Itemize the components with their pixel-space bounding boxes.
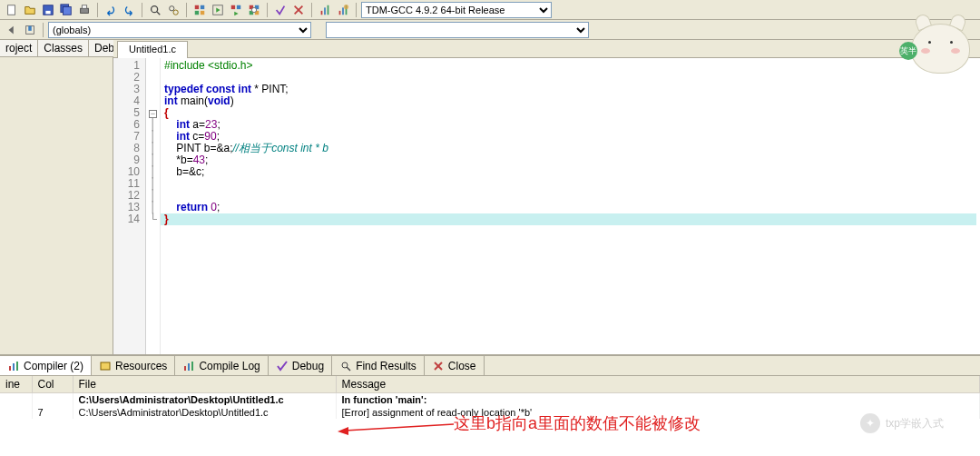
- wechat-icon: ✦: [860, 413, 880, 433]
- file-tab-untitled1[interactable]: Untitled1.c: [117, 41, 188, 58]
- svg-line-8: [157, 11, 161, 15]
- profile2-icon[interactable]: [335, 2, 351, 18]
- svg-rect-37: [9, 366, 11, 371]
- separator: [267, 3, 268, 17]
- tab-close[interactable]: Close: [425, 356, 485, 375]
- compilelog-tab-icon: [182, 360, 195, 372]
- debug-tab-icon: [276, 360, 289, 372]
- svg-rect-0: [8, 5, 15, 15]
- svg-rect-42: [188, 363, 190, 371]
- rebuild-icon[interactable]: [246, 2, 262, 18]
- svg-line-48: [345, 424, 454, 431]
- svg-marker-16: [216, 7, 220, 12]
- svg-rect-28: [324, 7, 326, 15]
- undo-icon[interactable]: [103, 2, 119, 18]
- run-icon[interactable]: [210, 2, 226, 18]
- close-tab-icon: [432, 360, 445, 372]
- svg-rect-11: [195, 5, 199, 8]
- compiler-select[interactable]: TDM-GCC 4.9.2 64-bit Release: [361, 2, 552, 18]
- svg-rect-31: [342, 7, 344, 15]
- stop-icon[interactable]: [290, 2, 307, 18]
- svg-rect-5: [81, 8, 89, 13]
- editor: Untitled1.c 1 2 3 4 5 6 7 8 9 10 11 12 1…: [113, 40, 980, 354]
- svg-rect-18: [237, 5, 240, 8]
- svg-point-7: [152, 5, 158, 12]
- svg-marker-49: [338, 427, 348, 435]
- annotation-text: 这里b指向a里面的数值不能被修改: [454, 412, 701, 434]
- separator: [356, 3, 357, 17]
- separator: [311, 3, 312, 17]
- svg-rect-13: [195, 10, 199, 14]
- file-tabs: Untitled1.c: [113, 40, 980, 58]
- svg-rect-30: [339, 10, 341, 14]
- tab-classes[interactable]: Classes: [38, 40, 89, 56]
- result-row[interactable]: C:\Users\Administrator\Desktop\Untitled1…: [0, 393, 980, 407]
- find-icon[interactable]: [147, 2, 163, 18]
- svg-rect-38: [13, 363, 15, 371]
- toolbar-main: TDM-GCC 4.9.2 64-bit Release: [0, 0, 980, 20]
- separator: [186, 3, 187, 17]
- svg-rect-2: [45, 10, 50, 14]
- svg-rect-43: [191, 362, 193, 371]
- col-message[interactable]: Message: [336, 376, 980, 393]
- fold-toggle-icon[interactable]: −: [149, 110, 157, 118]
- tab-debug-output[interactable]: Debug: [269, 356, 332, 375]
- svg-rect-6: [82, 5, 86, 8]
- svg-rect-12: [201, 5, 204, 8]
- code-area[interactable]: #include <stdio.h> typedef const int * P…: [161, 58, 980, 354]
- svg-line-45: [347, 367, 350, 371]
- new-icon[interactable]: [4, 2, 20, 18]
- project-panel: roject Classes Debug: [0, 40, 113, 354]
- fold-column: − ││││││││└: [146, 58, 161, 354]
- save-icon[interactable]: [40, 2, 56, 18]
- redo-icon[interactable]: [121, 2, 137, 18]
- separator: [97, 3, 98, 17]
- main-area: roject Classes Debug Untitled1.c 1 2 3 4…: [0, 40, 980, 354]
- col-line[interactable]: ine: [0, 376, 32, 393]
- col-col[interactable]: Col: [32, 376, 73, 393]
- debug-icon[interactable]: [272, 2, 289, 18]
- svg-rect-4: [64, 6, 72, 15]
- annotation-arrow-icon: [336, 420, 454, 438]
- compilerun-icon[interactable]: [228, 2, 244, 18]
- symbols-select[interactable]: [326, 22, 589, 38]
- editor-body[interactable]: 1 2 3 4 5 6 7 8 9 10 11 12 13 14 − │││││…: [113, 58, 980, 354]
- open-icon[interactable]: [22, 2, 38, 18]
- replace-icon[interactable]: [165, 2, 181, 18]
- svg-point-24: [251, 7, 256, 12]
- separator: [43, 23, 44, 37]
- svg-point-33: [344, 4, 348, 8]
- bookmark-icon[interactable]: [22, 22, 38, 38]
- output-panel: Compiler (2) Resources Compile Log Debug…: [0, 354, 980, 456]
- svg-rect-27: [321, 10, 323, 14]
- svg-rect-14: [201, 10, 204, 14]
- tab-project[interactable]: roject: [0, 40, 38, 56]
- globals-select[interactable]: (globals): [48, 22, 311, 38]
- tab-compiler[interactable]: Compiler (2): [0, 356, 92, 375]
- svg-rect-36: [28, 25, 32, 30]
- print-icon[interactable]: [76, 2, 93, 18]
- svg-rect-40: [101, 362, 110, 370]
- resources-tab-icon: [99, 360, 112, 372]
- svg-point-9: [170, 5, 174, 10]
- svg-marker-34: [9, 25, 14, 34]
- findresults-tab-icon: [339, 360, 352, 372]
- output-tabs: Compiler (2) Resources Compile Log Debug…: [0, 356, 980, 376]
- tab-compilelog[interactable]: Compile Log: [175, 356, 268, 375]
- separator: [142, 3, 142, 17]
- mascot-badge: 英半: [899, 42, 917, 60]
- col-file[interactable]: File: [73, 376, 336, 393]
- line-gutter: 1 2 3 4 5 6 7 8 9 10 11 12 13 14: [113, 58, 146, 354]
- saveall-icon[interactable]: [58, 2, 74, 18]
- back-icon[interactable]: [4, 22, 20, 38]
- profile-icon[interactable]: [317, 2, 333, 18]
- svg-marker-19: [234, 11, 238, 15]
- project-panel-tabs: roject Classes Debug: [0, 40, 113, 57]
- tab-resources[interactable]: Resources: [92, 356, 175, 375]
- svg-point-10: [173, 10, 178, 15]
- watermark: ✦ txp学嵌入式: [860, 413, 944, 433]
- tab-findresults[interactable]: Find Results: [332, 356, 425, 375]
- svg-rect-41: [184, 366, 186, 371]
- compile-icon[interactable]: [191, 2, 208, 18]
- mascot-decoration: 英半: [906, 5, 975, 78]
